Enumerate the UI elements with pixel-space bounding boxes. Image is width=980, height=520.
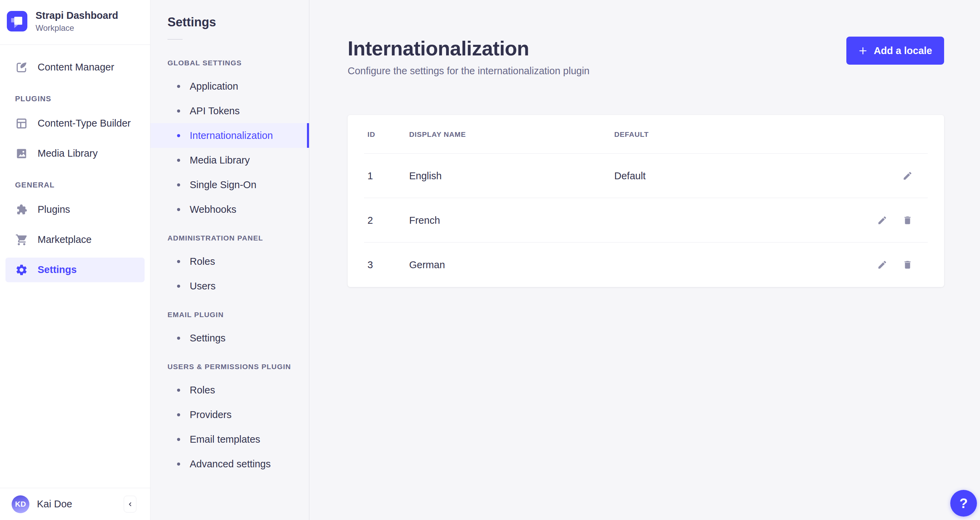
main-content: Internationalization Configure the setti… [309,0,980,520]
section-label: EMAIL PLUGIN [150,304,309,326]
edit-locale-button[interactable] [877,215,888,225]
table-row-german[interactable]: 3 German [348,242,944,287]
table-row-english[interactable]: 1 English Default [348,154,944,198]
delete-locale-button[interactable] [902,215,913,225]
cell-id: 1 [368,171,409,182]
bullet-icon [177,183,180,187]
settings-item-label: Roles [190,256,215,267]
app-root: Strapi Dashboard Workplace Content Manag… [0,0,980,520]
bullet-icon [177,438,180,441]
nav-item-label: Settings [38,264,76,275]
nav-item-plugins[interactable]: Plugins [0,195,150,225]
plugins-icon [15,203,28,216]
settings-item-label: Providers [190,409,232,420]
nav-item-label: Content Manager [38,62,114,73]
column-header-id: ID [368,130,409,139]
bullet-icon [177,208,180,211]
help-button[interactable]: ? [950,490,977,517]
settings-item-media-library[interactable]: Media Library [150,148,309,172]
settings-item-internationalization[interactable]: Internationalization [150,123,309,148]
bullet-icon [177,110,180,113]
app-title: Strapi Dashboard [35,10,118,22]
column-header-display-name: DISPLAY NAME [409,130,614,139]
table-header-row: ID DISPLAY NAME DEFAULT [348,115,944,154]
nav-item-label: Content-Type Builder [38,118,130,129]
settings-section-global: GLOBAL SETTINGS Application API Tokens I… [150,52,309,222]
bullet-icon [177,260,180,263]
page-header: Internationalization Configure the setti… [348,36,944,77]
delete-trash-icon [902,260,913,270]
settings-item-label: Roles [190,384,215,396]
nav-item-content-manager[interactable]: Content Manager [0,52,150,83]
settings-item-email-templates[interactable]: Email templates [150,427,309,451]
edit-locale-button[interactable] [902,171,913,181]
settings-item-label: API Tokens [190,105,240,116]
section-label: ADMINISTRATION PANEL [150,227,309,249]
nav-item-media-library[interactable]: Media Library [0,139,150,169]
page-subtitle: Configure the settings for the internati… [348,65,590,77]
settings-item-single-sign-on[interactable]: Single Sign-On [150,172,309,197]
settings-item-api-tokens[interactable]: API Tokens [150,99,309,123]
settings-item-label: Media Library [190,155,250,166]
section-label: USERS & PERMISSIONS PLUGIN [150,356,309,378]
settings-item-label: Settings [190,333,226,344]
settings-item-label: Single Sign-On [190,179,256,191]
settings-item-label: Webhooks [190,204,237,215]
settings-item-email-settings[interactable]: Settings [150,326,309,350]
question-mark-icon: ? [959,496,968,511]
bullet-icon [177,134,180,137]
user-name: Kai Doe [37,498,72,510]
settings-gear-icon [15,263,28,276]
settings-section-users-permissions: USERS & PERMISSIONS PLUGIN Roles Provide… [150,356,309,476]
cell-id: 3 [368,259,409,271]
add-locale-button[interactable]: Add a locale [846,37,944,65]
bullet-icon [177,337,180,340]
settings-section-email-plugin: EMAIL PLUGIN Settings [150,304,309,350]
nav-item-label: Media Library [38,148,98,159]
settings-sidebar-title: Settings [167,15,309,29]
cell-display-name: French [409,215,614,226]
settings-sidebar: Settings GLOBAL SETTINGS Application API… [150,0,309,520]
user-menu[interactable]: KD Kai Doe [12,495,72,513]
avatar: KD [12,495,29,513]
edit-locale-button[interactable] [877,260,888,270]
settings-item-label: Internationalization [190,130,273,141]
marketplace-cart-icon [15,233,28,246]
bullet-icon [177,389,180,392]
column-header-default: DEFAULT [614,130,872,139]
add-locale-label: Add a locale [874,45,932,56]
collapse-sidebar-button[interactable] [124,496,137,512]
brand[interactable]: Strapi Dashboard Workplace [0,0,150,45]
nav-item-label: Marketplace [38,234,92,245]
locales-table: ID DISPLAY NAME DEFAULT 1 English Defaul… [348,115,944,287]
settings-item-application[interactable]: Application [150,74,309,99]
settings-item-users[interactable]: Users [150,274,309,298]
page-title: Internationalization [348,36,590,61]
nav-section-general: GENERAL [0,175,150,195]
content-manager-icon [15,61,28,74]
settings-item-roles[interactable]: Roles [150,249,309,274]
nav-item-content-type-builder[interactable]: Content-Type Builder [0,108,150,139]
bullet-icon [177,85,180,88]
edit-pencil-icon [877,215,888,225]
table-row-french[interactable]: 2 French [348,198,944,242]
settings-item-providers[interactable]: Providers [150,402,309,427]
delete-trash-icon [902,215,913,225]
settings-item-advanced-settings[interactable]: Advanced settings [150,451,309,476]
delete-locale-button[interactable] [902,260,913,270]
settings-item-label: Email templates [190,434,260,445]
section-label: GLOBAL SETTINGS [150,52,309,74]
settings-item-label: Application [190,81,238,92]
edit-pencil-icon [902,171,913,181]
cell-display-name: English [409,171,614,182]
settings-section-admin-panel: ADMINISTRATION PANEL Roles Users [150,227,309,298]
settings-item-webhooks[interactable]: Webhooks [150,197,309,222]
divider [167,39,183,40]
media-library-icon [15,147,28,160]
settings-item-up-roles[interactable]: Roles [150,378,309,402]
nav-item-marketplace[interactable]: Marketplace [0,225,150,255]
bullet-icon [177,463,180,466]
nav-item-settings[interactable]: Settings [5,258,145,282]
bullet-icon [177,285,180,288]
nav-section-plugins: PLUGINS [0,89,150,108]
